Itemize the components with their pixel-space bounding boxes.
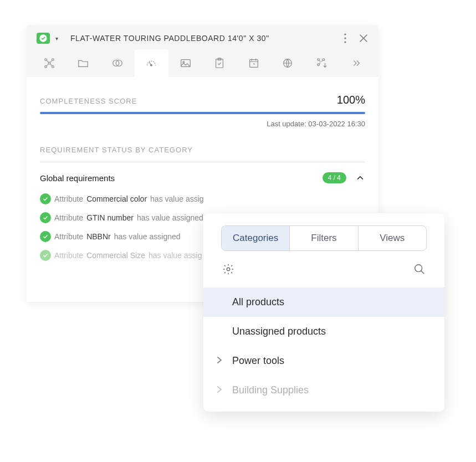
attribute-name: Commercial Size <box>86 251 145 260</box>
attribute-suffix: has value assig <box>150 194 204 203</box>
status-chip[interactable] <box>37 33 50 44</box>
check-circle-icon <box>40 250 51 261</box>
svg-point-6 <box>45 66 47 68</box>
folder-icon <box>77 57 89 69</box>
panel-header: ▾ FLAT-WATER TOURING PADDLEBOARD 14'0" X… <box>27 25 378 49</box>
tab-globe[interactable] <box>271 49 305 77</box>
network-download-icon <box>316 57 328 69</box>
attribute-name: GTIN number <box>86 213 134 222</box>
tab-more[interactable] <box>339 49 373 77</box>
tab-import[interactable] <box>305 49 339 77</box>
svg-point-5 <box>52 59 54 61</box>
category-label: Building Supplies <box>232 384 309 396</box>
svg-rect-16 <box>249 60 258 68</box>
globe-icon <box>281 57 294 69</box>
requirement-group-header[interactable]: Global requirements 4 / 4 <box>40 172 365 183</box>
attribute-prefix: Attribute <box>54 251 83 260</box>
category-item[interactable]: All products <box>203 288 444 317</box>
popup-tabs: CategoriesFiltersViews <box>221 225 427 251</box>
chevron-up-icon <box>355 173 365 183</box>
svg-point-1 <box>344 33 346 35</box>
check-circle-icon <box>40 231 51 242</box>
network-icon <box>43 57 55 69</box>
attribute-suffix: has value assig <box>149 251 202 260</box>
svg-point-2 <box>344 37 346 39</box>
kebab-icon <box>344 33 346 43</box>
status-dropdown-caret[interactable]: ▾ <box>55 35 58 42</box>
tab-folder[interactable] <box>66 49 101 77</box>
calendar-icon <box>248 57 260 69</box>
check-circle-icon <box>40 193 51 204</box>
requirement-count-badge: 4 / 4 <box>323 172 346 183</box>
close-button[interactable] <box>359 33 368 43</box>
check-circle-icon <box>39 34 48 43</box>
tab-tasks[interactable] <box>203 49 237 77</box>
product-title: FLAT-WATER TOURING PADDLEBOARD 14'0" X 3… <box>70 34 339 43</box>
attribute-suffix: has value assigned <box>137 213 203 222</box>
svg-point-7 <box>52 66 54 68</box>
svg-point-22 <box>415 265 422 272</box>
gear-icon <box>222 263 234 275</box>
category-list: All productsUnassigned productsPower too… <box>203 288 444 405</box>
tab-categories[interactable]: Categories <box>222 226 289 250</box>
svg-point-13 <box>183 61 185 63</box>
attribute-prefix: Attribute <box>54 213 83 222</box>
section-label: REQUIREMENT STATUS BY CATEGORY <box>40 146 365 162</box>
section-toolbar <box>27 49 378 77</box>
svg-point-21 <box>227 268 230 271</box>
category-label: All products <box>232 296 284 308</box>
chevron-right-icon <box>217 355 222 367</box>
category-label: Unassigned products <box>232 326 326 337</box>
overlap-circles-icon <box>111 57 124 69</box>
score-value: 100% <box>337 94 365 106</box>
tab-relations[interactable] <box>32 49 66 77</box>
requirement-group-title: Global requirements <box>40 173 115 183</box>
last-update: Last update: 03-03-2022 16:30 <box>40 120 365 128</box>
requirement-item: AttributeCommercial colorhas value assig <box>40 193 365 204</box>
category-item[interactable]: Unassigned products <box>203 317 444 346</box>
attribute-name: NBBNr <box>86 232 111 241</box>
close-icon <box>359 33 368 43</box>
attribute-suffix: has value assigned <box>114 232 181 241</box>
image-icon <box>180 57 192 69</box>
score-label: COMPLETENESS SCORE <box>40 97 137 105</box>
gauge-icon <box>145 57 157 69</box>
svg-point-18 <box>318 59 320 61</box>
category-label: Power tools <box>232 355 284 367</box>
search-icon <box>413 263 426 275</box>
category-item[interactable]: Building Supplies <box>203 376 444 405</box>
score-bar <box>40 112 365 114</box>
tab-filters[interactable]: Filters <box>289 226 357 250</box>
tab-media[interactable] <box>168 49 203 77</box>
tab-views[interactable]: Views <box>358 226 426 250</box>
svg-point-4 <box>45 59 47 61</box>
chevron-double-right-icon <box>350 57 362 69</box>
settings-button[interactable] <box>222 263 234 278</box>
category-popup: CategoriesFiltersViews All productsUnass… <box>203 213 444 412</box>
svg-point-20 <box>318 64 320 66</box>
svg-point-19 <box>323 59 325 61</box>
tab-variants[interactable] <box>100 49 135 77</box>
chevron-right-icon <box>217 384 222 396</box>
tab-completeness[interactable] <box>135 49 169 77</box>
tab-calendar[interactable] <box>237 49 271 77</box>
svg-point-3 <box>344 41 346 43</box>
category-item[interactable]: Power tools <box>203 346 444 376</box>
clipboard-check-icon <box>213 57 226 69</box>
svg-point-8 <box>48 62 50 64</box>
attribute-name: Commercial color <box>86 194 147 203</box>
check-circle-icon <box>40 212 51 223</box>
more-menu-button[interactable] <box>344 33 346 43</box>
attribute-prefix: Attribute <box>54 232 83 241</box>
attribute-prefix: Attribute <box>54 194 83 203</box>
search-button[interactable] <box>413 263 426 278</box>
